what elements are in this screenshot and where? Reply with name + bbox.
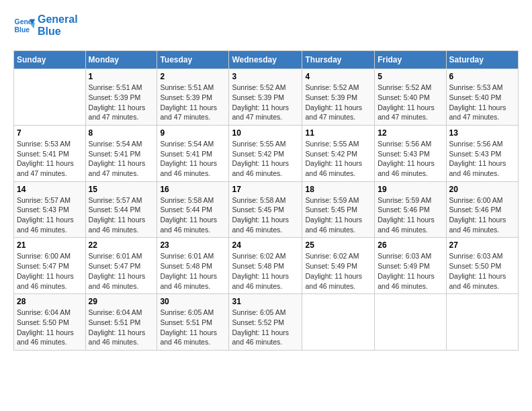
day-number: 2 [160, 72, 226, 81]
calendar-week-3: 14Sunrise: 5:57 AM Sunset: 5:43 PM Dayli… [14, 181, 519, 238]
day-number: 16 [160, 185, 226, 194]
col-header-thursday: Thursday [302, 51, 375, 69]
day-number: 14 [17, 185, 83, 194]
calendar-cell [446, 294, 518, 351]
day-number: 24 [232, 240, 299, 250]
calendar-cell: 27Sunrise: 6:03 AM Sunset: 5:50 PM Dayli… [446, 238, 518, 294]
day-number: 7 [17, 128, 83, 138]
calendar-cell: 29Sunrise: 6:04 AM Sunset: 5:51 PM Dayli… [85, 294, 157, 351]
day-info: Sunrise: 5:51 AM Sunset: 5:39 PM Dayligh… [160, 83, 226, 122]
calendar-cell: 4Sunrise: 5:52 AM Sunset: 5:39 PM Daylig… [302, 69, 375, 126]
day-number: 12 [378, 128, 443, 138]
day-info: Sunrise: 5:59 AM Sunset: 5:46 PM Dayligh… [378, 195, 443, 235]
calendar-week-2: 7Sunrise: 5:53 AM Sunset: 5:41 PM Daylig… [14, 125, 519, 181]
header-row: General Blue General Blue [13, 13, 519, 44]
col-header-wednesday: Wednesday [229, 51, 302, 69]
logo-icon: General Blue [13, 15, 35, 36]
calendar-cell: 17Sunrise: 5:58 AM Sunset: 5:45 PM Dayli… [229, 181, 302, 238]
day-number: 9 [160, 128, 226, 138]
day-info: Sunrise: 5:56 AM Sunset: 5:43 PM Dayligh… [449, 139, 515, 179]
calendar-cell [14, 69, 86, 126]
day-number: 28 [17, 297, 83, 306]
day-info: Sunrise: 5:54 AM Sunset: 5:41 PM Dayligh… [89, 139, 154, 179]
day-number: 10 [232, 128, 299, 138]
day-number: 25 [305, 240, 371, 250]
day-info: Sunrise: 6:05 AM Sunset: 5:52 PM Dayligh… [232, 308, 299, 347]
day-number: 21 [17, 240, 83, 250]
calendar-cell: 9Sunrise: 5:54 AM Sunset: 5:41 PM Daylig… [157, 125, 229, 181]
calendar-cell: 18Sunrise: 5:59 AM Sunset: 5:45 PM Dayli… [302, 181, 375, 238]
calendar-cell [375, 294, 446, 351]
col-header-friday: Friday [375, 51, 446, 69]
calendar-table: SundayMondayTuesdayWednesdayThursdayFrid… [13, 50, 519, 351]
day-info: Sunrise: 6:02 AM Sunset: 5:49 PM Dayligh… [305, 251, 371, 291]
logo-text: General Blue [38, 13, 78, 37]
col-header-saturday: Saturday [446, 51, 518, 69]
calendar-cell: 8Sunrise: 5:54 AM Sunset: 5:41 PM Daylig… [85, 125, 157, 181]
day-number: 27 [449, 240, 515, 250]
day-info: Sunrise: 5:55 AM Sunset: 5:42 PM Dayligh… [305, 139, 371, 179]
day-info: Sunrise: 5:51 AM Sunset: 5:39 PM Dayligh… [89, 83, 154, 122]
calendar-cell: 14Sunrise: 5:57 AM Sunset: 5:43 PM Dayli… [14, 181, 86, 238]
day-number: 29 [89, 297, 154, 306]
day-info: Sunrise: 5:55 AM Sunset: 5:42 PM Dayligh… [232, 139, 299, 179]
day-number: 31 [232, 297, 299, 306]
col-header-sunday: Sunday [14, 51, 86, 69]
calendar-cell: 7Sunrise: 5:53 AM Sunset: 5:41 PM Daylig… [14, 125, 86, 181]
day-number: 6 [449, 72, 515, 81]
day-number: 18 [305, 185, 371, 194]
day-info: Sunrise: 6:04 AM Sunset: 5:51 PM Dayligh… [89, 308, 154, 347]
day-info: Sunrise: 5:57 AM Sunset: 5:43 PM Dayligh… [17, 195, 83, 235]
day-info: Sunrise: 6:01 AM Sunset: 5:47 PM Dayligh… [89, 251, 154, 291]
page-container: General Blue General Blue SundayMondayTu… [13, 13, 519, 351]
day-info: Sunrise: 6:04 AM Sunset: 5:50 PM Dayligh… [17, 308, 83, 347]
day-number: 19 [378, 185, 443, 194]
day-number: 1 [89, 72, 154, 81]
day-info: Sunrise: 5:53 AM Sunset: 5:41 PM Dayligh… [17, 139, 83, 179]
calendar-cell: 11Sunrise: 5:55 AM Sunset: 5:42 PM Dayli… [302, 125, 375, 181]
day-info: Sunrise: 6:01 AM Sunset: 5:48 PM Dayligh… [160, 251, 226, 291]
svg-text:Blue: Blue [15, 26, 30, 33]
calendar-cell: 2Sunrise: 5:51 AM Sunset: 5:39 PM Daylig… [157, 69, 229, 126]
calendar-cell: 13Sunrise: 5:56 AM Sunset: 5:43 PM Dayli… [446, 125, 518, 181]
calendar-cell: 6Sunrise: 5:53 AM Sunset: 5:40 PM Daylig… [446, 69, 518, 126]
calendar-cell: 5Sunrise: 5:52 AM Sunset: 5:40 PM Daylig… [375, 69, 446, 126]
day-info: Sunrise: 6:03 AM Sunset: 5:50 PM Dayligh… [449, 251, 515, 291]
day-number: 20 [449, 185, 515, 194]
day-info: Sunrise: 5:59 AM Sunset: 5:45 PM Dayligh… [305, 195, 371, 235]
calendar-cell: 25Sunrise: 6:02 AM Sunset: 5:49 PM Dayli… [302, 238, 375, 294]
day-info: Sunrise: 6:03 AM Sunset: 5:49 PM Dayligh… [378, 251, 443, 291]
calendar-cell: 30Sunrise: 6:05 AM Sunset: 5:51 PM Dayli… [157, 294, 229, 351]
day-number: 15 [89, 185, 154, 194]
calendar-cell: 22Sunrise: 6:01 AM Sunset: 5:47 PM Dayli… [85, 238, 157, 294]
day-number: 11 [305, 128, 371, 138]
day-number: 8 [89, 128, 154, 138]
calendar-cell: 20Sunrise: 6:00 AM Sunset: 5:46 PM Dayli… [446, 181, 518, 238]
day-number: 22 [89, 240, 154, 250]
day-info: Sunrise: 5:53 AM Sunset: 5:40 PM Dayligh… [449, 83, 515, 122]
day-info: Sunrise: 5:56 AM Sunset: 5:43 PM Dayligh… [378, 139, 443, 179]
day-info: Sunrise: 5:52 AM Sunset: 5:40 PM Dayligh… [378, 83, 443, 122]
calendar-cell: 28Sunrise: 6:04 AM Sunset: 5:50 PM Dayli… [14, 294, 86, 351]
calendar-cell: 31Sunrise: 6:05 AM Sunset: 5:52 PM Dayli… [229, 294, 302, 351]
day-info: Sunrise: 6:00 AM Sunset: 5:47 PM Dayligh… [17, 251, 83, 291]
day-info: Sunrise: 5:58 AM Sunset: 5:45 PM Dayligh… [232, 195, 299, 235]
logo: General Blue General Blue [13, 13, 78, 37]
day-number: 17 [232, 185, 299, 194]
day-number: 23 [160, 240, 226, 250]
calendar-cell: 12Sunrise: 5:56 AM Sunset: 5:43 PM Dayli… [375, 125, 446, 181]
day-info: Sunrise: 6:05 AM Sunset: 5:51 PM Dayligh… [160, 308, 226, 347]
day-number: 5 [378, 72, 443, 81]
calendar-week-1: 1Sunrise: 5:51 AM Sunset: 5:39 PM Daylig… [14, 69, 519, 126]
day-info: Sunrise: 5:58 AM Sunset: 5:44 PM Dayligh… [160, 195, 226, 235]
day-number: 30 [160, 297, 226, 306]
calendar-cell: 16Sunrise: 5:58 AM Sunset: 5:44 PM Dayli… [157, 181, 229, 238]
day-info: Sunrise: 5:52 AM Sunset: 5:39 PM Dayligh… [305, 83, 371, 122]
day-number: 26 [378, 240, 443, 250]
calendar-cell: 23Sunrise: 6:01 AM Sunset: 5:48 PM Dayli… [157, 238, 229, 294]
day-number: 4 [305, 72, 371, 81]
calendar-cell: 15Sunrise: 5:57 AM Sunset: 5:44 PM Dayli… [85, 181, 157, 238]
calendar-cell [302, 294, 375, 351]
calendar-week-4: 21Sunrise: 6:00 AM Sunset: 5:47 PM Dayli… [14, 238, 519, 294]
calendar-cell: 10Sunrise: 5:55 AM Sunset: 5:42 PM Dayli… [229, 125, 302, 181]
